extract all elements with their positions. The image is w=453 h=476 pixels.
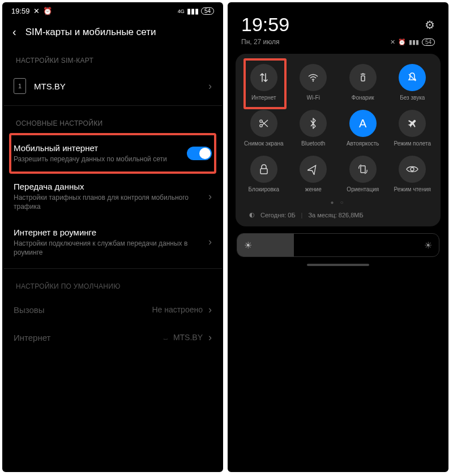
tile-autob[interactable]: AАвтояркость [339, 108, 387, 149]
default-calls-row[interactable]: Вызовы Не настроено › [3, 296, 222, 324]
section-main-label: ОСНОВНЫЕ НАСТРОЙКИ [3, 109, 222, 133]
page-dots: ● ○ [240, 199, 436, 205]
quick-settings-panel: ИнтернетWi-FiФонарикБез звукаСнимок экра… [236, 54, 441, 226]
drag-handle[interactable] [307, 264, 369, 266]
roaming-sub: Настройки подключения к службам передачи… [14, 239, 208, 257]
settings-screen: 19:59 ✕ ⏰ 4G ▮▮▮ 54 ‹ SIM-карты и мобиль… [2, 2, 223, 472]
data-usage-title: Передача данных [14, 182, 208, 191]
tile-label: Блокировка [248, 186, 279, 192]
nav-icon [300, 156, 327, 183]
tile-label: Wi-Fi [307, 95, 320, 101]
lock-icon [250, 156, 277, 183]
status-time: 19:59 [11, 7, 30, 15]
brightness-slider[interactable]: ☀ ☀ [237, 233, 439, 257]
page-title: SIM-карты и мобильные сети [25, 27, 156, 38]
tile-scissors[interactable]: Снимок экрана [240, 108, 288, 149]
status-bar: 19:59 ✕ ⏰ 4G ▮▮▮ 54 [3, 3, 222, 18]
cc-date: Пн, 27 июля [241, 38, 280, 46]
tile-label: Bluetooth [301, 140, 325, 147]
tile-data[interactable]: Интернет [240, 62, 288, 103]
torch-icon [349, 64, 377, 91]
plane-icon [399, 110, 426, 137]
chevron-right-icon: › [208, 236, 212, 248]
svg-point-0 [313, 80, 314, 82]
section-defaults-label: НАСТРОЙКИ ПО УМОЛЧАНИЮ [3, 272, 222, 296]
svg-point-3 [260, 125, 262, 127]
battery-indicator: 54 [422, 38, 435, 46]
divider [3, 105, 222, 106]
sim-name: MTS.BY [34, 82, 200, 91]
sim-indicator-icon: ⎵ [164, 334, 168, 341]
brightness-high-icon: ☀ [424, 240, 439, 251]
roaming-row[interactable]: Интернет в роуминге Настройки подключени… [3, 220, 222, 265]
signal-icon: ▮▮▮ [187, 7, 199, 15]
default-calls-title: Вызовы [14, 305, 152, 315]
cc-clock: 19:59 [241, 14, 289, 36]
tile-label: Фонарик [352, 95, 374, 101]
globe-icon: ◐ [249, 211, 255, 218]
tile-orient[interactable]: Ориентация [339, 153, 387, 195]
tile-label: Интернет [251, 95, 276, 101]
sim-slot-icon: 1 [14, 78, 26, 94]
divider [3, 268, 222, 269]
tile-wifi[interactable]: Wi-Fi [290, 62, 337, 103]
scissors-icon [250, 110, 277, 137]
svg-rect-4 [260, 169, 267, 174]
mobile-internet-sub: Разрешить передачу данных по мобильной с… [14, 155, 187, 164]
tile-mute[interactable]: Без звука [389, 62, 437, 103]
svg-point-6 [411, 168, 414, 171]
usage-month: За месяц: 826,8МБ [308, 212, 363, 218]
tile-label: Без звука [400, 95, 425, 101]
sim-card-row[interactable]: 1 MTS.BY › [3, 70, 222, 102]
section-sim-label: НАСТРОЙКИ SIM-КАРТ [3, 46, 222, 70]
orient-icon [349, 156, 377, 183]
default-internet-value: MTS.BY [173, 333, 203, 342]
back-icon[interactable]: ‹ [12, 25, 16, 38]
tile-torch[interactable]: Фонарик [339, 62, 387, 103]
data-usage-row[interactable]: Передача данных Настройки тарифных плано… [3, 174, 222, 219]
control-center-screen: 19:59 ⚙ Пн, 27 июля ✕ ⏰ ▮▮▮ 54 ИнтернетW… [228, 2, 448, 472]
alarm-icon: ⏰ [398, 38, 406, 46]
mobile-internet-title: Мобильный интернет [14, 143, 187, 153]
separator: | [301, 212, 303, 218]
default-calls-value: Не настроено [152, 305, 203, 314]
chevron-right-icon: › [208, 304, 212, 316]
dnd-icon: ✕ [33, 7, 40, 15]
bt-icon [300, 110, 327, 137]
mobile-internet-row[interactable]: Мобильный интернет Разрешить передачу да… [3, 133, 222, 174]
mobile-internet-toggle[interactable] [187, 147, 212, 160]
tile-bt[interactable]: Bluetooth [290, 108, 337, 149]
data-icon [250, 64, 277, 91]
signal-icon: ▮▮▮ [409, 38, 419, 46]
tile-label: Снимок экрана [244, 140, 284, 147]
tile-nav[interactable]: жение [290, 153, 337, 195]
alarm-icon: ⏰ [43, 7, 52, 15]
tile-label: Ориентация [347, 186, 379, 192]
dnd-icon: ✕ [390, 38, 395, 46]
eye-icon [399, 156, 426, 183]
svg-rect-5 [361, 166, 365, 173]
data-usage-footer: ◐ Сегодня: 0Б | За месяц: 826,8МБ [240, 205, 436, 221]
data-usage-sub: Настройки тарифных планов для контроля м… [14, 193, 208, 211]
default-internet-title: Интернет [14, 333, 164, 342]
chevron-right-icon: › [208, 332, 212, 344]
usage-today: Сегодня: 0Б [260, 212, 296, 218]
tile-eye[interactable]: Режим чтения [389, 153, 437, 195]
tile-label: жение [305, 186, 322, 192]
tile-plane[interactable]: Режим полета [389, 108, 437, 149]
wifi-icon [300, 64, 327, 91]
cc-status-icons: ✕ ⏰ ▮▮▮ 54 [390, 38, 435, 46]
mute-icon [399, 64, 426, 91]
chevron-right-icon: › [208, 191, 212, 203]
gear-icon[interactable]: ⚙ [425, 18, 435, 32]
tile-label: Автояркость [347, 140, 379, 147]
tile-lock[interactable]: Блокировка [240, 153, 288, 195]
roaming-title: Интернет в роуминге [14, 228, 208, 237]
header: ‹ SIM-карты и мобильные сети [3, 18, 222, 46]
tile-label: Режим чтения [394, 186, 431, 192]
network-type-icon: 4G [178, 8, 185, 14]
default-internet-row[interactable]: Интернет ⎵ MTS.BY › [3, 324, 222, 351]
cc-header: 19:59 ⚙ [229, 3, 447, 38]
brightness-low-icon: ☀ [244, 240, 252, 251]
tile-grid: ИнтернетWi-FiФонарикБез звукаСнимок экра… [240, 62, 436, 195]
